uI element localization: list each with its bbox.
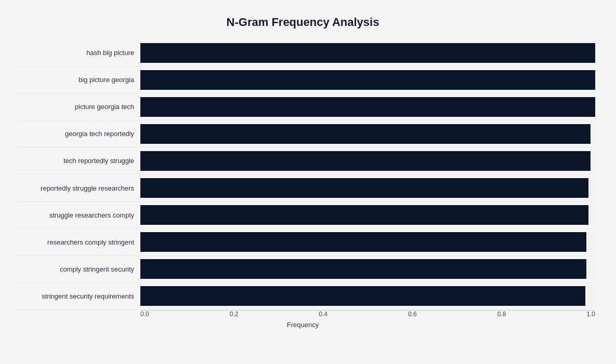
bar-label: reportedly struggle researchers <box>16 184 140 192</box>
chart-area: hash big picturebig picture georgiapictu… <box>10 39 595 310</box>
bar-label: comply stringent security <box>16 265 140 273</box>
bar-row: tech reportedly struggle <box>16 147 595 174</box>
x-tick-label: 1.0 <box>586 311 595 318</box>
bar-label: researchers comply stringent <box>16 238 140 246</box>
bar-row: georgia tech reportedly <box>16 120 595 147</box>
bar-track <box>140 205 595 225</box>
x-axis-title: Frequency <box>10 321 595 329</box>
chart-container: N-Gram Frequency Analysis hash big pictu… <box>0 0 616 364</box>
bar-track <box>140 43 595 63</box>
bar-row: big picture georgia <box>16 66 595 93</box>
chart-title: N-Gram Frequency Analysis <box>10 10 595 29</box>
bar-track <box>140 259 595 279</box>
bar-row: stringent security requirements <box>16 283 595 310</box>
bar-fill <box>140 178 588 198</box>
bar-track <box>140 232 595 252</box>
bar-track <box>140 97 595 117</box>
bar-row: picture georgia tech <box>16 93 595 120</box>
bar-label: big picture georgia <box>16 76 140 84</box>
bar-fill <box>140 124 591 144</box>
bar-track <box>140 70 595 90</box>
bar-label: hash big picture <box>16 49 140 57</box>
bar-fill <box>140 97 595 117</box>
x-tick-label: 0.0 <box>140 311 149 318</box>
x-tick-label: 0.2 <box>230 311 239 318</box>
bar-row: comply stringent security <box>16 256 595 283</box>
bar-fill <box>140 205 588 225</box>
bar-fill <box>140 259 586 279</box>
x-axis-labels: 0.00.20.40.60.81.0 <box>140 311 595 318</box>
bar-track <box>140 151 595 171</box>
bar-fill <box>140 232 586 252</box>
x-tick-label: 0.4 <box>319 311 327 318</box>
bar-fill <box>140 43 595 63</box>
bar-track <box>140 286 595 306</box>
bar-row: researchers comply stringent <box>16 229 595 256</box>
bar-label: picture georgia tech <box>16 103 140 111</box>
bar-label: georgia tech reportedly <box>16 130 140 138</box>
bar-track <box>140 124 595 144</box>
bar-fill <box>140 151 591 171</box>
bar-label: stringent security requirements <box>16 292 140 300</box>
bar-row: hash big picture <box>16 39 595 66</box>
x-tick-label: 0.8 <box>497 311 506 318</box>
bar-label: tech reportedly struggle <box>16 157 140 165</box>
bar-track <box>140 178 595 198</box>
bar-row: reportedly struggle researchers <box>16 174 595 201</box>
bar-fill <box>140 286 585 306</box>
bar-label: struggle researchers comply <box>16 211 140 219</box>
bar-row: struggle researchers comply <box>16 202 595 229</box>
bar-fill <box>140 70 595 90</box>
x-tick-label: 0.6 <box>408 311 417 318</box>
